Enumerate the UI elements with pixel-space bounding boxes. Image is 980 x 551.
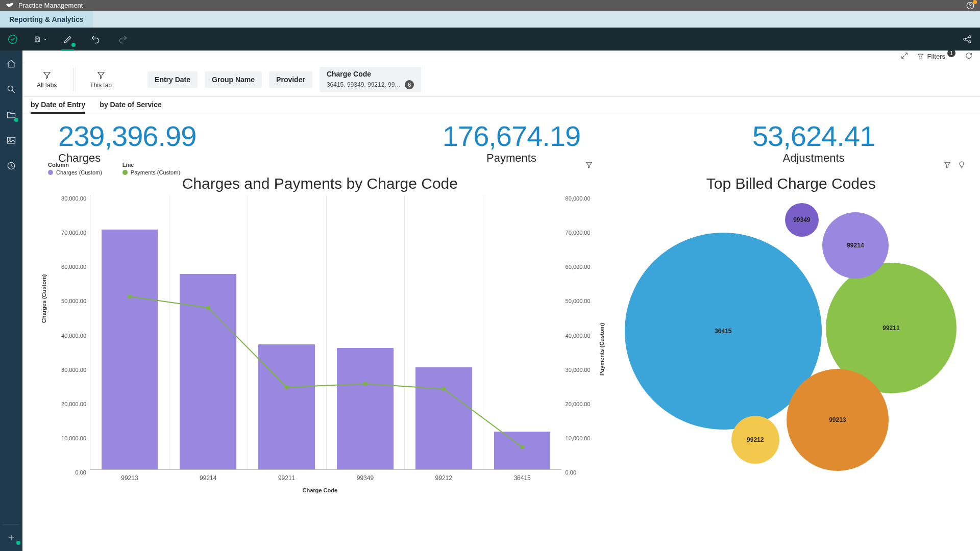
legend-column-header: Column <box>48 162 102 168</box>
filter-scope-all-tabs[interactable]: All tabs <box>31 70 63 89</box>
filter-bar: All tabs This tab Entry Date Group Name … <box>22 62 980 97</box>
share-button[interactable] <box>961 33 974 46</box>
page-action-bar: Filters 1 <box>22 51 980 62</box>
filter-chip-group-name[interactable]: Group Name <box>205 71 262 88</box>
chevron-down-icon <box>43 37 47 42</box>
bubble-chart[interactable]: 364159921199213992149921299349 <box>612 203 970 488</box>
legend-swatch-charges-icon <box>48 170 53 175</box>
bubble-99212[interactable]: 99212 <box>731 416 779 464</box>
help-icon[interactable] <box>966 1 975 12</box>
kpi-payments-value: 176,674.19 <box>360 119 663 153</box>
combo-ytick: 50,000.00 <box>61 298 90 304</box>
combo-bar[interactable] <box>102 230 158 469</box>
filter-scope-all-label: All tabs <box>37 82 57 89</box>
combo-legend: Column Charges (Custom) Line Payments (C… <box>43 162 180 176</box>
nav-divider <box>3 524 19 524</box>
bubble-99214[interactable]: 99214 <box>822 212 889 279</box>
bubble-chart-container: Top Billed Charge Codes 3641599211992139… <box>612 175 970 541</box>
undo-button[interactable] <box>89 33 102 46</box>
report-subtabs: by Date of Entry by Date of Service <box>22 97 980 114</box>
combo-plot-area: 0.000.0010,000.0010,000.0020,000.0020,00… <box>90 195 561 470</box>
combo-ytick: 80,000.00 <box>61 195 90 202</box>
svg-point-6 <box>8 86 13 91</box>
combo-xtick: 99214 <box>200 469 216 482</box>
combo-ytick: 30,000.00 <box>61 367 90 373</box>
combo-bar[interactable] <box>258 344 315 469</box>
edit-button[interactable] <box>61 33 75 46</box>
kpi-adjustments: 53,624.41 Adjustments <box>663 119 965 165</box>
bubble-insight-icon[interactable] <box>958 161 967 170</box>
dashboard-icon[interactable] <box>6 33 19 46</box>
folder-status-dot-icon <box>14 118 18 122</box>
bubble-filter-icon[interactable] <box>943 161 952 170</box>
combo-filter-icon[interactable] <box>585 161 594 170</box>
left-nav-rail <box>0 51 22 551</box>
editor-toolbar <box>0 28 980 51</box>
filter-chip-charge-code-label: Charge Code <box>327 70 371 78</box>
combo-ytick: 60,000.00 <box>61 264 90 270</box>
app-title: Practice Management <box>18 2 83 9</box>
combo-y2tick: 50,000.00 <box>561 298 591 304</box>
combo-bar[interactable] <box>415 367 472 469</box>
combo-y2tick: 10,000.00 <box>561 435 591 441</box>
combo-ytick: 40,000.00 <box>61 333 90 339</box>
combo-chart-title: Charges and Payments by Charge Code <box>43 175 597 192</box>
legend-line-header: Line <box>122 162 180 168</box>
filter-scope-separator <box>73 68 74 91</box>
nav-recent-icon[interactable] <box>5 160 17 172</box>
nav-search-icon[interactable] <box>5 83 17 95</box>
subtab-date-of-entry[interactable]: by Date of Entry <box>31 97 85 114</box>
edit-status-dot-icon <box>71 43 76 47</box>
combo-y2tick: 40,000.00 <box>561 333 591 339</box>
filter-chip-provider[interactable]: Provider <box>269 71 312 88</box>
combo-y-axis-label: Charges (Custom) <box>41 274 47 323</box>
main-content: Filters 1 All tabs This tab Entry Date G… <box>22 51 980 551</box>
combo-y2tick: 0.00 <box>561 469 576 475</box>
save-button[interactable] <box>34 33 47 46</box>
combo-ytick: 20,000.00 <box>61 401 90 407</box>
combo-y2tick: 20,000.00 <box>561 401 591 407</box>
combo-y2tick: 60,000.00 <box>561 264 591 270</box>
window-titlebar: Practice Management <box>0 0 980 11</box>
kpi-adjustments-label: Adjustments <box>663 152 965 165</box>
combo-chart[interactable]: Charges (Custom) Payments (Custom) 0.000… <box>43 195 597 491</box>
refresh-icon[interactable] <box>965 52 973 61</box>
bubble-99349[interactable]: 99349 <box>785 203 819 237</box>
kpi-adjustments-value: 53,624.41 <box>663 119 965 153</box>
legend-item-charges: Charges (Custom) <box>56 169 102 176</box>
legend-swatch-payments-icon <box>122 170 128 175</box>
combo-bar[interactable] <box>180 274 236 469</box>
nav-folder-icon[interactable] <box>5 109 17 121</box>
help-badge-icon <box>973 0 977 4</box>
filter-chip-charge-code[interactable]: Charge Code 36415, 99349, 99212, 99… 6 <box>320 67 421 92</box>
filter-scope-this-tab[interactable]: This tab <box>84 70 118 89</box>
filters-count-badge: 1 <box>947 51 955 57</box>
combo-xtick: 99349 <box>357 469 374 482</box>
expand-icon[interactable] <box>900 52 909 61</box>
kpi-payments: 176,674.19 Payments <box>360 119 663 165</box>
combo-chart-container: Column Charges (Custom) Line Payments (C… <box>43 175 597 541</box>
combo-xtick: 99212 <box>435 469 452 482</box>
nav-home-icon[interactable] <box>5 58 17 70</box>
kpi-charges-value: 239,396.99 <box>58 119 360 153</box>
combo-ytick: 70,000.00 <box>61 230 90 236</box>
filter-chip-charge-code-count: 6 <box>405 80 414 89</box>
svg-point-1 <box>970 7 970 8</box>
legend-item-payments: Payments (Custom) <box>131 169 180 176</box>
tab-reporting-analytics[interactable]: Reporting & Analytics <box>0 11 93 28</box>
nav-image-icon[interactable] <box>5 134 17 146</box>
charts-row: Column Charges (Custom) Line Payments (C… <box>22 175 980 551</box>
combo-bar[interactable] <box>494 432 551 469</box>
combo-y2tick: 70,000.00 <box>561 230 591 236</box>
combo-x-axis-label: Charge Code <box>43 487 597 493</box>
combo-bar[interactable] <box>337 348 394 469</box>
filters-button[interactable]: Filters 1 <box>917 52 957 60</box>
redo-button[interactable] <box>116 33 130 46</box>
filter-chip-entry-date[interactable]: Entry Date <box>148 71 198 88</box>
combo-ytick: 10,000.00 <box>61 435 90 441</box>
bubble-99213[interactable]: 99213 <box>787 369 889 471</box>
combo-y2tick: 30,000.00 <box>561 367 591 373</box>
nav-add-button[interactable] <box>5 532 17 544</box>
edit-active-underline <box>61 49 75 51</box>
subtab-date-of-service[interactable]: by Date of Service <box>100 97 161 114</box>
